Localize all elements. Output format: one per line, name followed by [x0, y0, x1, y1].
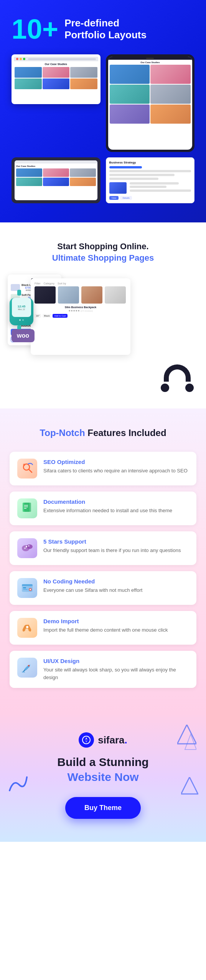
- portfolio-section: 10+ Pre-defined Portfolio Layouts Our Ca…: [0, 0, 206, 222]
- seo-desc: Sifara caters to clients who require an …: [43, 467, 188, 475]
- svg-rect-4: [24, 503, 31, 512]
- uiux-icon: [17, 658, 37, 678]
- tablet-screen: Our Case Studies: [15, 160, 97, 200]
- docs-text: Documentation Extensive information need…: [43, 498, 172, 514]
- svg-point-2: [23, 464, 25, 466]
- logo-dot: .: [125, 734, 127, 746]
- svg-rect-16: [23, 589, 28, 590]
- phone-screen: Our Case Studies: [108, 57, 193, 150]
- features-normal: Features Included: [85, 428, 166, 438]
- woo-badge: woo: [12, 329, 35, 342]
- svg-point-21: [28, 665, 30, 666]
- cta-section: sifara. Build a Stunning Website Now Buy…: [0, 713, 206, 842]
- svg-point-9: [26, 544, 33, 549]
- deco-triangle-right: [181, 777, 198, 800]
- cta-heading-line1: Build a Stunning: [8, 755, 198, 769]
- svg-marker-25: [181, 777, 198, 794]
- demo-icon: [17, 618, 37, 638]
- svg-rect-14: [22, 584, 33, 586]
- nocoding-desc: Everyone can use Sifara with not much ef…: [43, 586, 142, 594]
- svg-point-10: [26, 546, 27, 547]
- docs-icon: [17, 498, 37, 518]
- portfolio-title: Pre-defined: [64, 17, 147, 29]
- mockup-phone: Our Case Studies: [106, 54, 195, 152]
- headphones-image: [160, 364, 194, 393]
- portfolio-heading: 10+ Pre-defined Portfolio Layouts: [12, 15, 194, 43]
- demo-title: Demo Import: [43, 618, 168, 624]
- demo-text: Demo Import Import the full theme demo c…: [43, 618, 168, 634]
- mockup-document: Business Strategy View Details: [106, 157, 195, 203]
- buy-theme-button[interactable]: Buy Theme: [65, 797, 141, 819]
- shopping-subtitle: Start Shopping Online.: [8, 242, 198, 252]
- deco-wave-left: [6, 771, 29, 796]
- feature-card-nocoding: No Coding Needed Everyone can use Sifara…: [10, 571, 196, 605]
- docs-title: Documentation: [43, 498, 172, 505]
- feature-card-support: 5 Stars Support Our friendly support tea…: [10, 531, 196, 565]
- cta-heading-line2: Website Now: [8, 771, 198, 784]
- logo-text: sifara.: [98, 734, 127, 746]
- logo-brand: sifara: [98, 734, 124, 746]
- shop-main-card: FilterCategorySort by Slim Business Back…: [31, 278, 130, 355]
- support-desc: Our friendly support team is there if yo…: [43, 547, 181, 554]
- nocoding-icon: [17, 578, 37, 598]
- uiux-desc: Your site will always look sharp, so you…: [43, 666, 189, 681]
- portfolio-subtitle: Portfolio Layouts: [64, 29, 147, 41]
- portfolio-mockup-grid: Our Case Studies Our Case Studies: [12, 54, 194, 203]
- seo-title: SEO Optimized: [43, 459, 188, 465]
- cta-heading: Build a Stunning Website Now: [8, 755, 198, 784]
- seo-icon: [17, 459, 37, 479]
- svg-marker-24: [185, 734, 196, 750]
- nocoding-text: No Coding Needed Everyone can use Sifara…: [43, 578, 142, 594]
- nocoding-title: No Coding Needed: [43, 578, 142, 585]
- support-text: 5 Stars Support Our friendly support tea…: [43, 538, 181, 554]
- svg-rect-22: [22, 671, 25, 673]
- logo-area: sifara.: [8, 732, 198, 748]
- docs-desc: Extensive information needed to install …: [43, 507, 172, 514]
- feature-card-docs: Documentation Extensive information need…: [10, 492, 196, 525]
- mockup-desktop-1: Our Case Studies: [12, 54, 101, 104]
- features-accent: Top-Notch: [40, 428, 85, 438]
- features-heading: Top-Notch Features Included: [10, 428, 196, 438]
- logo-icon: [79, 732, 94, 748]
- shopping-title: Ultimate Shopping Pages: [8, 253, 198, 263]
- svg-line-1: [29, 469, 32, 472]
- features-section: Top-Notch Features Included SEO Optimize…: [0, 408, 206, 713]
- mockup-tablet: Our Case Studies: [12, 157, 101, 203]
- uiux-title: UI/UX Design: [43, 658, 189, 664]
- uiux-text: UI/UX Design Your site will always look …: [43, 658, 189, 681]
- support-icon: [17, 538, 37, 558]
- svg-point-20: [26, 626, 28, 628]
- feature-card-demo: Demo Import Import the full theme demo c…: [10, 611, 196, 645]
- demo-desc: Import the full theme demo content with …: [43, 626, 168, 634]
- feature-card-uiux: UI/UX Design Your site will always look …: [10, 651, 196, 688]
- shopping-mockup: 12:45 Mon, 12 woo FilterCategorySort by: [8, 274, 198, 397]
- seo-text: SEO Optimized Sifara caters to clients w…: [43, 459, 188, 475]
- deco-triangle: [177, 725, 196, 753]
- svg-point-11: [28, 546, 30, 547]
- svg-rect-15: [23, 587, 26, 588]
- watch-mockup: 12:45 Mon, 12: [6, 290, 33, 331]
- portfolio-number: 10+: [12, 15, 58, 43]
- feature-card-seo: SEO Optimized Sifara caters to clients w…: [10, 452, 196, 485]
- support-title: 5 Stars Support: [43, 538, 181, 545]
- shopping-section: Start Shopping Online. Ultimate Shopping…: [0, 222, 206, 408]
- svg-point-12: [25, 548, 26, 549]
